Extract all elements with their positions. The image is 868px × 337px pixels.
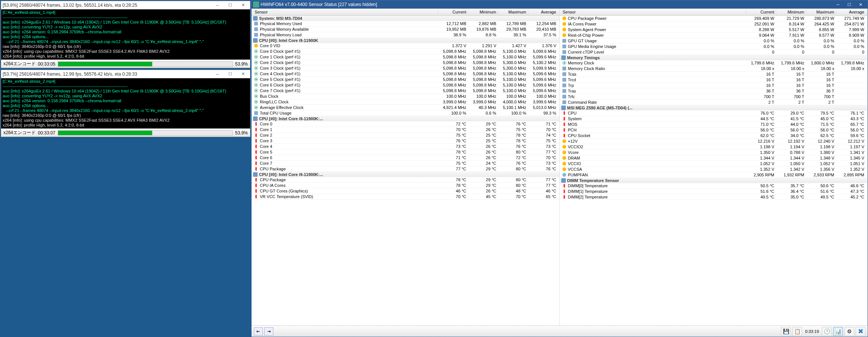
close-button[interactable]: ✕ — [237, 2, 249, 9]
settings-button[interactable]: ⚙ — [844, 327, 854, 336]
sensor-row[interactable]: GPU Media Engine Usage 0.0 % 0.0 % 0.0 %… — [560, 44, 868, 49]
sensor-row[interactable]: CPU IA Cores 78 °C 29 °C 80 °C 77 °C — [252, 183, 559, 188]
close-button[interactable]: ✕ — [237, 71, 249, 78]
sensor-row[interactable]: Trp 16 T 16 T 16 T — [560, 83, 868, 88]
sensor-group[interactable]: CPU [#0]: Intel Core i9-11900K:... — [252, 172, 559, 177]
sensor-row[interactable]: Bus Clock 100.0 MHz 100.0 MHz 100.0 MHz … — [252, 94, 559, 99]
sensor-row[interactable]: VCCIO 1.052 V 1.050 V 1.052 V 1.051 V — [560, 161, 868, 167]
sensor-row[interactable]: Core 7 Clock (perf #1) 5,098.8 MHz 5,098… — [252, 88, 559, 94]
sensor-row[interactable]: CPU Socket 62.0 °C 34.0 °C 62.5 °C 59.6 … — [560, 133, 868, 139]
header-maximum[interactable]: Maximum — [806, 9, 836, 15]
close-icon[interactable]: ✖ — [856, 327, 865, 336]
sensor-group[interactable]: CPU [#0]: Intel Core i9-11900K — [252, 38, 559, 43]
nav-first-button[interactable]: ⇤ — [254, 327, 263, 336]
header-minimum[interactable]: Minimum — [776, 9, 806, 15]
sensor-panel-left[interactable]: Sensor Current Minimum Maximum Average S… — [252, 9, 560, 325]
header-current[interactable]: Current — [746, 9, 776, 15]
sensor-group[interactable]: System: MSI MS-7D04 — [252, 16, 559, 21]
save-button[interactable]: 💾 — [781, 327, 791, 336]
sensor-group[interactable]: Memory Timings — [560, 55, 868, 60]
header-average[interactable]: Average — [836, 9, 866, 15]
sensor-row[interactable]: System 44.5 °C 41.5 °C 45.0 °C 43.3 °C — [560, 116, 868, 122]
titlebar[interactable]: [53.8%] 25860/48074 frames, 13.02 fps, 5… — [1, 1, 250, 9]
sensor-row[interactable]: Core 7 75 °C 24 °C 76 °C 73 °C — [252, 161, 559, 166]
header-current[interactable]: Current — [438, 9, 468, 15]
sensor-row[interactable]: Vcore 1.350 V 0.788 V 1.380 V 1.341 V — [560, 150, 868, 155]
sensor-row[interactable]: DIMM[0] Temperature 50.5 °C 35.7 °C 50.6… — [560, 183, 868, 189]
maximize-button[interactable]: ☐ — [844, 1, 855, 8]
sensor-row[interactable]: CPU GT Cores (Graphics) 46 °C 26 °C 48 °… — [252, 188, 559, 194]
maximize-button[interactable]: ☐ — [225, 71, 236, 78]
header-sensor[interactable]: Sensor — [561, 9, 746, 15]
sensor-row[interactable]: Physical Memory Used 12,712 MB 2,882 MB … — [252, 21, 559, 27]
sensor-row[interactable]: Average Effective Clock 4,921.4 MHz 40.3… — [252, 105, 559, 110]
view-mode-button[interactable]: 📊 — [833, 327, 843, 336]
sensor-row[interactable]: Trfc 700 T 700 T 700 T — [560, 94, 868, 100]
sensor-group[interactable]: MSI MEG Z590 ACE (MS-7D04) (... — [560, 105, 868, 110]
sensor-row[interactable]: CPU Package 78 °C 29 °C 80 °C 77 °C — [252, 177, 559, 183]
nav-next-button[interactable]: ⇥ — [264, 327, 273, 336]
sensor-row[interactable]: Core 1 Clock (perf #1) 5,098.8 MHz 5,098… — [252, 54, 559, 60]
sensor-row[interactable]: Physical Memory Load 38.9 % 8.8 % 39.1 %… — [252, 32, 559, 38]
sensor-row[interactable]: Ring/LLC Clock 3,999.0 MHz 3,999.0 MHz 4… — [252, 99, 559, 105]
sensor-row[interactable]: Trcd 16 T 16 T 16 T — [560, 77, 868, 83]
sensor-row[interactable]: Tras 36 T 36 T 36 T — [560, 88, 868, 94]
copy-button[interactable]: 📋 — [792, 327, 802, 336]
sensor-row[interactable]: Rest-of-Chip Power 9.064 W 7.911 W 9.577… — [560, 33, 868, 38]
titlebar[interactable]: [53.7%] 25816/48074 frames, 12.99 fps, 5… — [1, 70, 250, 78]
header-sensor[interactable]: Sensor — [253, 9, 438, 15]
sensor-row[interactable]: GPU GT Usage 0.0 % 0.0 % 0.0 % 0.0 % — [560, 38, 868, 44]
sensor-row[interactable]: Memory Clock 1,799.6 MHz 1,799.6 MHz 1,8… — [560, 60, 868, 66]
sensor-row[interactable]: Core 2 Clock (perf #1) 5,098.8 MHz 5,098… — [252, 60, 559, 66]
minimize-button[interactable]: ─ — [212, 71, 223, 78]
sensor-group[interactable]: CPU [#0]: Intel Core i9-11900K:... — [252, 116, 559, 121]
sensor-row[interactable]: Core 3 Clock (perf #1) 5,098.8 MHz 5,098… — [252, 66, 559, 71]
sensor-row[interactable]: Total CPU Usage 100.0 % 0.6 % 100.0 % 99… — [252, 110, 559, 116]
console-output[interactable]: [C:¥e_ex¥test-stress_1.mp4]-------------… — [1, 9, 250, 60]
sensor-row[interactable]: +12V 12.216 V 12.192 V 12.240 V 12.212 V — [560, 139, 868, 144]
sensor-row[interactable]: VR VCC Temperature (SVID) 70 °C 45 °C 70… — [252, 194, 559, 200]
sensor-panel-right[interactable]: Sensor Current Minimum Maximum Average C… — [560, 9, 868, 325]
sensor-row[interactable]: CPU Package 77 °C 29 °C 80 °C 76 °C — [252, 166, 559, 172]
sensor-row[interactable]: Core 0 VID 1.372 V 1.291 V 1.427 V 1.376… — [252, 43, 559, 49]
sensor-row[interactable]: Core 5 78 °C 26 °C 80 °C 77 °C — [252, 149, 559, 155]
sensor-row[interactable]: Command Rate 2 T 2 T 2 T — [560, 100, 868, 105]
sensor-row[interactable]: Core 5 Clock (perf #1) 5,098.8 MHz 5,098… — [252, 77, 559, 82]
sensor-row[interactable]: Physical Memory Available 19,952 MB 19,8… — [252, 27, 559, 32]
sensor-row[interactable]: Current cTDP Level 0 0 0 0 — [560, 49, 868, 55]
sensor-row[interactable]: CPU 76.0 °C 29.0 °C 79.5 °C 76.1 °C — [560, 110, 868, 116]
sensor-row[interactable]: PCH 56.0 °C 56.0 °C 56.0 °C 56.0 °C — [560, 127, 868, 133]
sensor-row[interactable]: Tcas 16 T 16 T 16 T — [560, 72, 868, 77]
sensor-row[interactable]: Core 6 71 °C 26 °C 72 °C 70 °C — [252, 155, 559, 161]
sensor-row[interactable]: PUMPFAN 2,905 RPM 1,932 RPM 2,933 RPM 2,… — [560, 172, 868, 178]
sensor-row[interactable]: Core 3 76 °C 25 °C 78 °C 75 °C — [252, 138, 559, 144]
sensor-row[interactable]: VCCIO2 1.198 V 1.194 V 1.198 V 1.197 V — [560, 144, 868, 150]
sensor-row[interactable]: Core 6 Clock (perf #1) 5,098.8 MHz 5,098… — [252, 82, 559, 88]
sensor-row[interactable]: CPU Package Power 269.409 W 21.729 W 280… — [560, 16, 868, 21]
sensor-row[interactable]: Core 4 Clock (perf #1) 5,098.8 MHz 5,098… — [252, 71, 559, 77]
minimize-button[interactable]: ─ — [212, 2, 223, 9]
sensor-row[interactable]: DIMM[1] Temperature 51.6 °C 36.4 °C 51.6… — [560, 189, 868, 194]
sensor-row[interactable]: Core 0 Clock (perf #1) 5,098.8 MHz 5,098… — [252, 49, 559, 54]
maximize-button[interactable]: ☐ — [225, 2, 236, 9]
titlebar[interactable]: HWiNFO64 v7.00-4400 Sensor Status [227 v… — [252, 0, 868, 9]
minimize-button[interactable]: ─ — [832, 1, 844, 8]
console-output[interactable]: [C:¥e_ex¥test-stress_2.mp4]-------------… — [1, 78, 250, 128]
header-minimum[interactable]: Minimum — [468, 9, 498, 15]
clock-button[interactable]: 🕐 — [822, 327, 832, 336]
sensor-row[interactable]: DIMM[2] Temperature 49.5 °C 35.0 °C 49.5… — [560, 194, 868, 200]
header-average[interactable]: Average — [528, 9, 558, 15]
sensor-row[interactable]: Core 1 70 °C 26 °C 75 °C 70 °C — [252, 127, 559, 133]
sensor-row[interactable]: System Agent Power 8.288 W 5.517 W 8.855… — [560, 27, 868, 33]
sensor-row[interactable]: DRAM 1.344 V 1.344 V 1.348 V 1.345 V — [560, 155, 868, 161]
header-maximum[interactable]: Maximum — [498, 9, 528, 15]
sensor-row[interactable]: Core 2 75 °C 25 °C 78 °C 74 °C — [252, 133, 559, 138]
sensor-row[interactable]: MOS 71.0 °C 44.0 °C 71.5 °C 65.7 °C — [560, 122, 868, 127]
sensor-row[interactable]: VCCSA 1.352 V 1.342 V 1.356 V 1.352 V — [560, 167, 868, 172]
sensor-row[interactable]: IA Cores Power 252.091 W 8.314 W 264.425… — [560, 21, 868, 27]
sensor-group[interactable]: DIMM Temperature Sensor — [560, 178, 868, 183]
sensor-row[interactable]: Core 4 73 °C 26 °C 76 °C 73 °C — [252, 144, 559, 149]
close-button[interactable]: ✕ — [855, 1, 866, 8]
sensor-row[interactable]: Memory Clock Ratio 18.00 x 18.00 x 18.00… — [560, 66, 868, 72]
sensor-row[interactable]: Core 0 72 °C 29 °C 76 °C 71 °C — [252, 121, 559, 127]
